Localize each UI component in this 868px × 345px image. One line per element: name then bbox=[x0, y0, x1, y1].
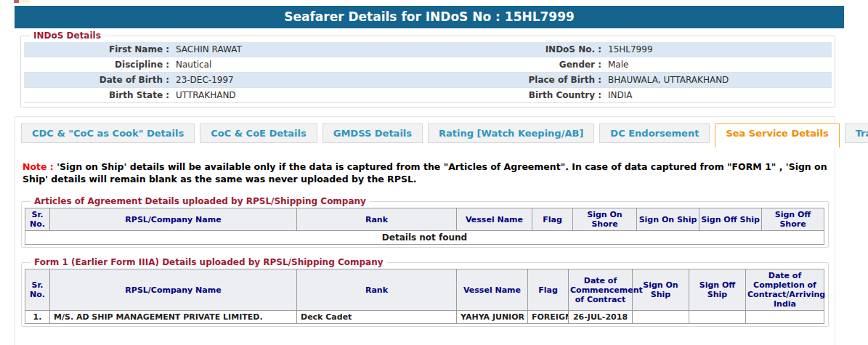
col-sr-no: Sr. No. bbox=[25, 269, 50, 311]
form1-section: Form 1 (Earlier Form IIIA) Details uploa… bbox=[21, 257, 829, 327]
col-vessel-name: Vessel Name bbox=[457, 208, 532, 231]
date-of-birth-value: 23-DEC-1997 bbox=[173, 73, 449, 87]
cell-sign-on-ship bbox=[633, 311, 689, 324]
table-header-row: Sr. No. RPSL/Company Name Rank Vessel Na… bbox=[25, 269, 824, 311]
tab-coc-coe-details[interactable]: CoC & CoE Details bbox=[200, 123, 317, 143]
birth-country-value: INDIA bbox=[605, 88, 832, 102]
tab-bar: CDC & "CoC as Cook" Details CoC & CoE De… bbox=[15, 117, 835, 143]
birth-state-label: Birth State : bbox=[24, 88, 173, 102]
articles-of-agreement-legend: Articles of Agreement Details uploaded b… bbox=[31, 196, 370, 206]
cell-flag: FOREIGN bbox=[528, 311, 569, 324]
date-of-birth-label: Date of Birth : bbox=[24, 73, 173, 87]
tab-content-panel: CDC & "CoC as Cook" Details CoC & CoE De… bbox=[15, 116, 835, 345]
place-of-birth-label: Place of Birth : bbox=[449, 73, 605, 87]
indos-row: Date of Birth : 23-DEC-1997 Place of Bir… bbox=[24, 73, 832, 88]
tab-rating-watch-keeping-ab[interactable]: Rating [Watch Keeping/AB] bbox=[428, 123, 594, 143]
col-sign-off-shore: Sign Off Shore bbox=[762, 208, 824, 231]
col-flag: Flag bbox=[532, 208, 573, 231]
gender-value: Male bbox=[605, 57, 832, 72]
birth-country-label: Birth Country : bbox=[449, 88, 605, 102]
tab-gmdss-details[interactable]: GMDSS Details bbox=[323, 123, 423, 143]
table-row: 1. M/S. AD SHIP MANAGEMENT PRIVATE LIMIT… bbox=[25, 311, 824, 324]
clipped-top-artifact bbox=[14, 0, 30, 3]
note-text: 'Sign on Ship' details will be available… bbox=[23, 161, 827, 184]
indos-row: Birth State : UTTRAKHAND Birth Country :… bbox=[24, 88, 832, 103]
first-name-value: SACHIN RAWAT bbox=[173, 42, 449, 57]
sign-on-ship-note: Note : 'Sign on Ship' details will be av… bbox=[23, 161, 827, 185]
cell-sr-no: 1. bbox=[25, 311, 50, 324]
cell-commencement-date: 26-JUL-2018 bbox=[569, 311, 633, 324]
articles-of-agreement-table: Sr. No. RPSL/Company Name Rank Vessel Na… bbox=[25, 208, 824, 245]
indos-row: Discipline : Nautical Gender : Male bbox=[24, 57, 832, 73]
discipline-label: Discipline : bbox=[24, 57, 173, 72]
col-commencement-date: Date of Commencement of Contract bbox=[569, 269, 633, 311]
cell-company-name: M/S. AD SHIP MANAGEMENT PRIVATE LIMITED. bbox=[50, 311, 297, 324]
col-sr-no: Sr. No. bbox=[25, 208, 50, 231]
empty-row: Details not found bbox=[25, 231, 824, 245]
birth-state-value: UTTRAKHAND bbox=[173, 88, 449, 102]
col-flag: Flag bbox=[528, 269, 569, 311]
tab-sea-service-details[interactable]: Sea Service Details bbox=[715, 123, 839, 147]
details-not-found-message: Details not found bbox=[25, 231, 824, 245]
col-vessel-name: Vessel Name bbox=[457, 269, 528, 311]
col-rank: Rank bbox=[297, 269, 457, 311]
first-name-label: First Name : bbox=[24, 42, 173, 57]
form1-table: Sr. No. RPSL/Company Name Rank Vessel Na… bbox=[25, 269, 824, 324]
cell-rank: Deck Cadet bbox=[297, 311, 457, 324]
tab-dc-endorsement[interactable]: DC Endorsement bbox=[599, 123, 710, 143]
indos-no-value: 15HL7999 bbox=[605, 42, 832, 57]
tab-cdc-coc-as-cook-details[interactable]: CDC & "CoC as Cook" Details bbox=[21, 123, 195, 143]
gender-label: Gender : bbox=[449, 57, 605, 72]
col-sign-off-ship: Sign Off Ship bbox=[689, 269, 746, 311]
indos-row: First Name : SACHIN RAWAT INDoS No. : 15… bbox=[24, 42, 832, 57]
col-sign-on-ship: Sign On Ship bbox=[637, 208, 699, 231]
page-title: Seafarer Details for INDoS No : 15HL7999 bbox=[15, 6, 844, 28]
discipline-value: Nautical bbox=[173, 57, 449, 72]
table-header-row: Sr. No. RPSL/Company Name Rank Vessel Na… bbox=[25, 208, 824, 231]
col-company-name: RPSL/Company Name bbox=[50, 208, 297, 231]
col-company-name: RPSL/Company Name bbox=[50, 269, 297, 311]
col-sign-on-shore: Sign On Shore bbox=[573, 208, 637, 231]
cell-vessel-name: YAHYA JUNIOR bbox=[457, 311, 528, 324]
place-of-birth-value: BHAUWALA, UTTARAKHAND bbox=[605, 73, 832, 87]
indos-details-legend: INDoS Details bbox=[30, 31, 105, 41]
tab-training-details[interactable]: Training Details bbox=[845, 123, 868, 143]
col-sign-off-ship: Sign Off Ship bbox=[699, 208, 762, 231]
col-completion-date: Date of Completion of Contract/Arriving … bbox=[746, 269, 824, 311]
cell-sign-off-ship bbox=[689, 311, 746, 324]
form1-legend: Form 1 (Earlier Form IIIA) Details uploa… bbox=[31, 257, 387, 267]
indos-no-label: INDoS No. : bbox=[449, 42, 605, 57]
cell-completion-date bbox=[746, 311, 824, 324]
indos-details-section: INDoS Details First Name : SACHIN RAWAT … bbox=[20, 31, 835, 107]
articles-of-agreement-section: Articles of Agreement Details uploaded b… bbox=[21, 196, 829, 248]
col-rank: Rank bbox=[297, 208, 457, 231]
note-prefix: Note : bbox=[23, 161, 54, 172]
